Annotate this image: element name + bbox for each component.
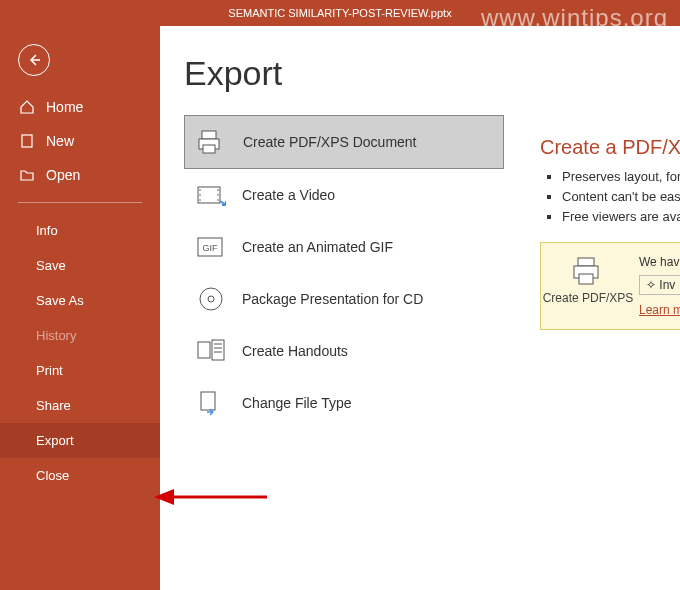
- sidebar-item-open[interactable]: Open: [0, 158, 160, 192]
- cd-icon: [194, 285, 228, 313]
- handouts-icon: [194, 337, 228, 365]
- promo-box: Create PDF/XPS We have ✧ Inv Learn m: [540, 242, 680, 330]
- sidebar-item-info[interactable]: Info: [0, 213, 160, 248]
- export-option-label: Package Presentation for CD: [242, 291, 423, 307]
- sidebar-item-history: History: [0, 318, 160, 353]
- back-button[interactable]: [18, 44, 50, 76]
- change-file-type-icon: [194, 389, 228, 417]
- sidebar-item-save-as[interactable]: Save As: [0, 283, 160, 318]
- sidebar-item-share[interactable]: Share: [0, 388, 160, 423]
- sidebar-separator: [18, 202, 142, 203]
- detail-bullet: Content can't be easily: [562, 189, 680, 204]
- sidebar-item-new[interactable]: New: [0, 124, 160, 158]
- svg-point-7: [199, 199, 201, 201]
- export-options-list: Create PDF/XPS Document Create a Video G…: [184, 115, 504, 429]
- sidebar-item-close[interactable]: Close: [0, 458, 160, 493]
- open-icon: [18, 166, 36, 184]
- export-option-label: Create a Video: [242, 187, 335, 203]
- home-icon: [18, 98, 36, 116]
- svg-rect-15: [198, 342, 210, 358]
- detail-panel: Create a PDF/X Preserves layout, forma C…: [540, 136, 680, 330]
- create-pdf-xps-button[interactable]: Create PDF/XPS: [553, 255, 623, 317]
- page-title: Export: [184, 54, 680, 93]
- title-bar: SEMANTIC SIMILARITY-POST-REVIEW.pptx: [0, 0, 680, 26]
- detail-bullet: Preserves layout, forma: [562, 169, 680, 184]
- svg-rect-4: [198, 187, 220, 203]
- export-option-handouts[interactable]: Create Handouts: [184, 325, 504, 377]
- sidebar-item-label: New: [46, 133, 74, 149]
- gif-icon: GIF: [194, 233, 228, 261]
- svg-point-6: [199, 194, 201, 196]
- svg-point-10: [217, 199, 219, 201]
- export-option-change-file-type[interactable]: Change File Type: [184, 377, 504, 429]
- svg-rect-16: [212, 340, 224, 360]
- document-title: SEMANTIC SIMILARITY-POST-REVIEW.pptx: [228, 7, 451, 19]
- create-pdf-xps-label: Create PDF/XPS: [543, 291, 634, 305]
- svg-point-8: [217, 189, 219, 191]
- svg-rect-3: [203, 145, 215, 153]
- export-option-label: Create an Animated GIF: [242, 239, 393, 255]
- detail-bullet: Free viewers are availa: [562, 209, 680, 224]
- svg-point-14: [208, 296, 214, 302]
- content-pane: Export Create PDF/XPS Document Create a …: [160, 26, 680, 590]
- svg-point-13: [200, 288, 222, 310]
- investigate-button[interactable]: ✧ Inv: [639, 275, 680, 295]
- pdf-printer-icon: [195, 128, 229, 156]
- export-option-pdf-xps[interactable]: Create PDF/XPS Document: [184, 115, 504, 169]
- backstage-sidebar: Home New Open Info Save Save As History …: [0, 26, 160, 590]
- export-option-label: Change File Type: [242, 395, 351, 411]
- svg-rect-1: [202, 131, 216, 139]
- export-option-label: Create Handouts: [242, 343, 348, 359]
- learn-more-link[interactable]: Learn m: [639, 303, 680, 317]
- back-arrow-icon: [26, 52, 42, 68]
- svg-rect-21: [578, 258, 594, 266]
- promo-line1: We have: [639, 255, 680, 269]
- detail-bullets: Preserves layout, forma Content can't be…: [540, 169, 680, 224]
- main-area: Home New Open Info Save Save As History …: [0, 26, 680, 590]
- sidebar-item-home[interactable]: Home: [0, 90, 160, 124]
- export-option-video[interactable]: Create a Video: [184, 169, 504, 221]
- export-option-label: Create PDF/XPS Document: [243, 134, 417, 150]
- svg-text:GIF: GIF: [203, 243, 219, 253]
- svg-rect-20: [201, 392, 215, 410]
- svg-rect-23: [579, 274, 593, 284]
- printer-icon: [568, 255, 608, 287]
- detail-heading: Create a PDF/X: [540, 136, 680, 159]
- svg-point-5: [199, 189, 201, 191]
- promo-text: We have ✧ Inv Learn m: [639, 255, 680, 317]
- sidebar-item-save[interactable]: Save: [0, 248, 160, 283]
- svg-rect-0: [22, 135, 32, 147]
- svg-point-9: [217, 194, 219, 196]
- export-option-gif[interactable]: GIF Create an Animated GIF: [184, 221, 504, 273]
- sidebar-item-print[interactable]: Print: [0, 353, 160, 388]
- new-icon: [18, 132, 36, 150]
- sidebar-item-label: Home: [46, 99, 83, 115]
- sidebar-item-label: Open: [46, 167, 80, 183]
- export-option-package-cd[interactable]: Package Presentation for CD: [184, 273, 504, 325]
- sidebar-item-export[interactable]: Export: [0, 423, 160, 458]
- video-icon: [194, 181, 228, 209]
